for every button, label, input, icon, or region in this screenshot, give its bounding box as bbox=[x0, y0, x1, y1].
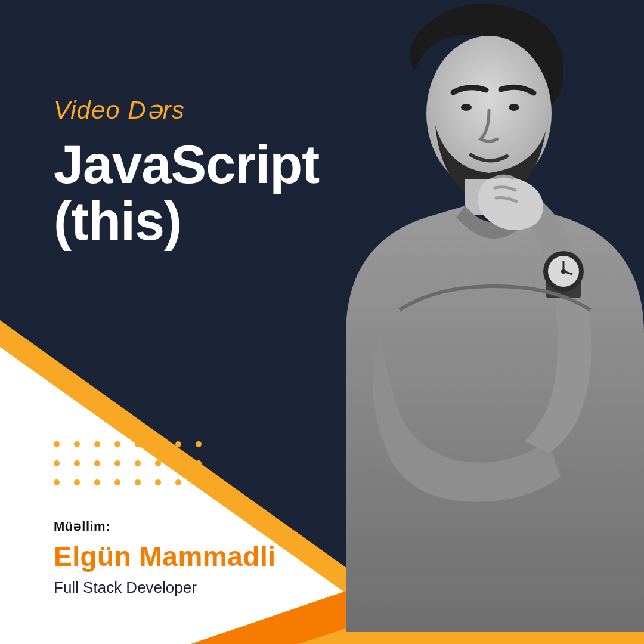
course-title: JavaScript (this) bbox=[54, 137, 319, 249]
teacher-label: Müəllim: bbox=[54, 519, 275, 534]
instructor-photo bbox=[310, 0, 644, 632]
course-subtitle: Video Dərs bbox=[54, 95, 319, 125]
course-title-line1: JavaScript bbox=[54, 135, 319, 194]
headline-block: Video Dərs JavaScript (this) bbox=[54, 95, 319, 249]
svg-point-1 bbox=[461, 104, 472, 111]
course-title-line2: (this) bbox=[54, 191, 181, 251]
decorative-dots-grid bbox=[54, 441, 209, 499]
promo-card: Video Dərs JavaScript (this) Müəllim: El… bbox=[0, 0, 644, 644]
teacher-name: Elgün Mammadli bbox=[54, 540, 275, 572]
teacher-block: Müəllim: Elgün Mammadli Full Stack Devel… bbox=[54, 519, 275, 597]
teacher-role: Full Stack Developer bbox=[54, 578, 275, 597]
svg-point-2 bbox=[509, 104, 519, 111]
